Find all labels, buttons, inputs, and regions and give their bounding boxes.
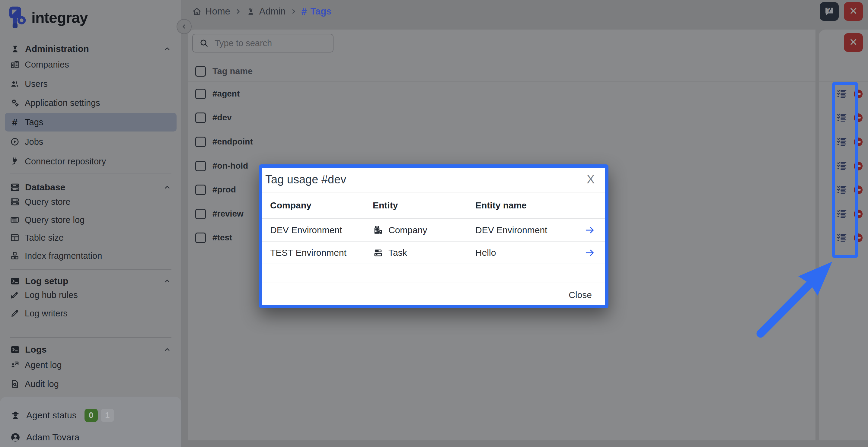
modal-table-header: Company Entity Entity name bbox=[262, 192, 605, 219]
modal-col-entity-name: Entity name bbox=[475, 200, 584, 211]
connector-icon bbox=[10, 157, 20, 166]
sidebar-collapse-button[interactable] bbox=[177, 19, 192, 34]
sidebar-item-label: Application settings bbox=[25, 98, 100, 108]
hash-icon: # bbox=[302, 7, 307, 16]
sidebar-item-label: Users bbox=[25, 79, 48, 89]
sidebar-item-jobs[interactable]: Jobs bbox=[5, 132, 177, 151]
tag-name: #dev bbox=[213, 113, 232, 123]
close-app-button[interactable]: × bbox=[844, 2, 863, 21]
cell-company: DEV Environment bbox=[270, 225, 373, 235]
modal-title: Tag usage #dev bbox=[265, 173, 346, 186]
table-row[interactable]: #dev bbox=[188, 109, 815, 126]
brand-logo: integray bbox=[9, 6, 88, 30]
sidebar-footer: Agent status 0 1 Adam Tovara bbox=[0, 396, 181, 447]
tag-name: #agent bbox=[213, 89, 240, 99]
sidebar-item-index-fragmentation[interactable]: Index fragmentation bbox=[5, 247, 177, 265]
sidebar-item-log-hub-rules[interactable]: Log hub rules bbox=[5, 286, 177, 304]
agentlog-icon bbox=[10, 360, 20, 370]
select-all-checkbox[interactable] bbox=[195, 66, 206, 76]
modal-empty-row bbox=[262, 264, 605, 283]
auditlog-icon bbox=[10, 379, 20, 389]
sidebar-section-logs[interactable]: Logs bbox=[0, 342, 181, 357]
row-checkbox[interactable] bbox=[195, 137, 206, 147]
sidebar-item-label: Agent log bbox=[25, 360, 62, 370]
row-checkbox[interactable] bbox=[195, 113, 206, 123]
sidebar-item-query-store[interactable]: Query store bbox=[5, 192, 177, 211]
admin-icon bbox=[10, 44, 20, 54]
sidebar-section-label: Database bbox=[25, 182, 65, 192]
brand-logo-icon bbox=[9, 6, 27, 30]
chevron-up-icon[interactable] bbox=[163, 346, 171, 353]
sidebar-item-label: Log hub rules bbox=[25, 290, 78, 300]
close-view-button[interactable]: × bbox=[844, 33, 863, 52]
help-button[interactable]: ? bbox=[820, 2, 839, 21]
row-checkbox[interactable] bbox=[195, 185, 206, 195]
open-entity-arrow-icon[interactable] bbox=[584, 225, 596, 235]
breadcrumb: Home Admin # Tags bbox=[192, 4, 331, 19]
sidebar-section-administration[interactable]: Administration bbox=[0, 41, 181, 57]
sidebar-item-label: Companies bbox=[25, 60, 69, 70]
row-checkbox[interactable] bbox=[195, 89, 206, 99]
modal-close-icon[interactable]: X bbox=[584, 172, 597, 186]
breadcrumb-admin[interactable]: Admin bbox=[246, 6, 286, 17]
breadcrumb-tags[interactable]: # Tags bbox=[302, 6, 332, 17]
breadcrumb-home-label: Home bbox=[205, 6, 230, 17]
table-icon bbox=[10, 233, 20, 243]
sidebar-item-tags[interactable]: #Tags bbox=[5, 113, 177, 131]
home-icon bbox=[192, 7, 202, 16]
sidebar: integray AdministrationCompaniesUsersApp… bbox=[0, 0, 182, 447]
sidebar-item-label: Index fragmentation bbox=[25, 251, 102, 261]
settings-icon bbox=[10, 98, 20, 108]
sidebar-item-query-store-log[interactable]: Query store log bbox=[5, 211, 177, 229]
chevron-up-icon[interactable] bbox=[163, 183, 171, 191]
sidebar-section-label: Logs bbox=[25, 345, 47, 355]
sidebar-item-label: Jobs bbox=[25, 137, 43, 147]
help-bubble-icon: ? bbox=[824, 6, 835, 17]
tag-name: #endpoint bbox=[213, 137, 253, 147]
sidebar-item-audit-log[interactable]: Audit log bbox=[5, 375, 177, 393]
penruler-icon bbox=[10, 290, 20, 300]
modal-col-entity: Entity bbox=[373, 200, 475, 211]
cell-entity-name: DEV Environment bbox=[475, 225, 584, 235]
agent-status-offline-badge: 1 bbox=[101, 409, 114, 422]
sidebar-item-agent-log[interactable]: Agent log bbox=[5, 356, 177, 374]
open-entity-arrow-icon[interactable] bbox=[584, 247, 596, 258]
search-placeholder: Type to search bbox=[215, 38, 272, 48]
sidebar-item-label: Table size bbox=[25, 233, 64, 243]
row-checkbox[interactable] bbox=[195, 209, 206, 219]
table-row[interactable]: #agent bbox=[188, 85, 815, 102]
cell-entity-name: Hello bbox=[475, 248, 584, 258]
tag-name: #on-hold bbox=[213, 161, 248, 171]
sidebar-item-table-size[interactable]: Table size bbox=[5, 228, 177, 247]
modal-close-button[interactable]: Close bbox=[568, 290, 592, 300]
agent-status-online-badge: 0 bbox=[85, 409, 98, 422]
search-icon bbox=[199, 38, 209, 48]
sidebar-item-users[interactable]: Users bbox=[5, 74, 177, 93]
close-icon: × bbox=[849, 35, 858, 49]
chevron-up-icon[interactable] bbox=[163, 45, 171, 53]
terminal-icon bbox=[10, 276, 20, 286]
row-checkbox[interactable] bbox=[195, 232, 206, 243]
chevron-up-icon[interactable] bbox=[163, 277, 171, 285]
annotation-arrow bbox=[745, 250, 842, 344]
agent-status-label: Agent status bbox=[26, 410, 77, 420]
table-row[interactable]: #endpoint bbox=[188, 133, 815, 150]
table-header-label: Tag name bbox=[213, 66, 253, 76]
table-header-row: Tag name bbox=[188, 63, 815, 79]
chevron-right-icon bbox=[235, 8, 242, 15]
modal-header: Tag usage #dev X bbox=[262, 168, 605, 192]
sidebar-item-label: Log writers bbox=[25, 309, 68, 319]
user-name: Adam Tovara bbox=[26, 432, 80, 443]
row-checkbox[interactable] bbox=[195, 161, 206, 171]
breadcrumb-home[interactable]: Home bbox=[192, 6, 230, 17]
sidebar-item-companies[interactable]: Companies bbox=[5, 55, 177, 74]
sidebar-item-log-writers[interactable]: Log writers bbox=[5, 304, 177, 323]
hash-icon: # bbox=[10, 117, 20, 127]
pencil-icon bbox=[10, 309, 20, 318]
search-input[interactable]: Type to search bbox=[192, 34, 334, 53]
sidebar-item-application-settings[interactable]: Application settings bbox=[5, 94, 177, 112]
sidebar-item-connector-repository[interactable]: Connector repository bbox=[5, 152, 177, 171]
sidebar-item-label: Audit log bbox=[25, 379, 59, 389]
sidebar-item-agent-status[interactable]: Agent status 0 1 bbox=[0, 406, 181, 424]
sidebar-item-user[interactable]: Adam Tovara bbox=[0, 428, 181, 446]
